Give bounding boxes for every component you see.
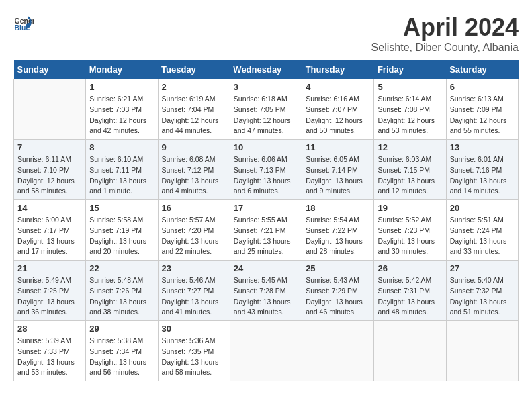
calendar-cell: 7Sunrise: 6:11 AMSunset: 7:10 PMDaylight… bbox=[14, 140, 86, 200]
day-number: 2 bbox=[162, 82, 226, 92]
calendar-cell: 16Sunrise: 5:57 AMSunset: 7:20 PMDayligh… bbox=[158, 200, 230, 261]
day-info: Sunrise: 6:03 AMSunset: 7:15 PMDaylight:… bbox=[378, 154, 442, 197]
day-number: 12 bbox=[378, 142, 442, 152]
weekday-header-wednesday: Wednesday bbox=[230, 60, 302, 79]
day-info: Sunrise: 5:49 AMSunset: 7:25 PMDaylight:… bbox=[17, 275, 82, 318]
day-info: Sunrise: 5:52 AMSunset: 7:23 PMDaylight:… bbox=[378, 215, 442, 257]
day-number: 26 bbox=[378, 263, 442, 273]
day-number: 4 bbox=[306, 82, 370, 92]
calendar-cell bbox=[374, 321, 446, 381]
calendar-week-3: 14Sunrise: 6:00 AMSunset: 7:17 PMDayligh… bbox=[14, 200, 519, 261]
calendar-cell: 3Sunrise: 6:18 AMSunset: 7:05 PMDaylight… bbox=[230, 79, 302, 140]
day-number: 14 bbox=[17, 203, 82, 213]
day-info: Sunrise: 6:01 AMSunset: 7:16 PMDaylight:… bbox=[450, 154, 515, 197]
weekday-header-row: SundayMondayTuesdayWednesdayThursdayFrid… bbox=[14, 60, 519, 79]
day-info: Sunrise: 5:54 AMSunset: 7:22 PMDaylight:… bbox=[306, 215, 370, 257]
weekday-header-monday: Monday bbox=[86, 60, 158, 79]
day-number: 28 bbox=[17, 324, 82, 334]
calendar-cell: 2Sunrise: 6:19 AMSunset: 7:04 PMDaylight… bbox=[158, 79, 230, 140]
day-number: 23 bbox=[162, 263, 226, 273]
month-title: April 2024 bbox=[371, 13, 519, 42]
calendar-cell: 24Sunrise: 5:45 AMSunset: 7:28 PMDayligh… bbox=[230, 261, 302, 321]
day-number: 9 bbox=[162, 142, 226, 152]
calendar-cell: 21Sunrise: 5:49 AMSunset: 7:25 PMDayligh… bbox=[14, 261, 86, 321]
day-number: 15 bbox=[89, 203, 154, 213]
day-info: Sunrise: 5:38 AMSunset: 7:34 PMDaylight:… bbox=[89, 336, 154, 378]
day-number: 25 bbox=[306, 263, 370, 273]
logo-icon: General Blue bbox=[13, 13, 34, 34]
day-info: Sunrise: 6:05 AMSunset: 7:14 PMDaylight:… bbox=[306, 154, 370, 197]
day-info: Sunrise: 5:48 AMSunset: 7:26 PMDaylight:… bbox=[89, 275, 154, 318]
day-info: Sunrise: 6:11 AMSunset: 7:10 PMDaylight:… bbox=[17, 154, 82, 197]
day-info: Sunrise: 5:42 AMSunset: 7:31 PMDaylight:… bbox=[378, 275, 442, 318]
day-number: 19 bbox=[378, 203, 442, 213]
day-number: 1 bbox=[89, 82, 154, 92]
day-info: Sunrise: 5:40 AMSunset: 7:32 PMDaylight:… bbox=[450, 275, 515, 318]
day-info: Sunrise: 5:43 AMSunset: 7:29 PMDaylight:… bbox=[306, 275, 370, 318]
day-number: 16 bbox=[162, 203, 226, 213]
day-info: Sunrise: 6:18 AMSunset: 7:05 PMDaylight:… bbox=[234, 94, 298, 136]
calendar-cell: 15Sunrise: 5:58 AMSunset: 7:19 PMDayligh… bbox=[86, 200, 158, 261]
svg-text:Blue: Blue bbox=[15, 24, 30, 32]
calendar-cell: 4Sunrise: 6:16 AMSunset: 7:07 PMDaylight… bbox=[302, 79, 374, 140]
title-section: April 2024 Selishte, Diber County, Alban… bbox=[371, 13, 519, 54]
day-number: 13 bbox=[450, 142, 515, 152]
day-info: Sunrise: 5:46 AMSunset: 7:27 PMDaylight:… bbox=[162, 275, 226, 318]
day-number: 8 bbox=[89, 142, 154, 152]
calendar-cell bbox=[14, 79, 86, 140]
calendar-cell: 22Sunrise: 5:48 AMSunset: 7:26 PMDayligh… bbox=[86, 261, 158, 321]
day-info: Sunrise: 5:55 AMSunset: 7:21 PMDaylight:… bbox=[234, 215, 298, 257]
calendar-cell bbox=[302, 321, 374, 381]
weekday-header-sunday: Sunday bbox=[14, 60, 86, 79]
day-number: 5 bbox=[378, 82, 442, 92]
day-info: Sunrise: 5:51 AMSunset: 7:24 PMDaylight:… bbox=[450, 215, 515, 257]
day-number: 10 bbox=[234, 142, 298, 152]
calendar-cell: 8Sunrise: 6:10 AMSunset: 7:11 PMDaylight… bbox=[86, 140, 158, 200]
day-info: Sunrise: 5:36 AMSunset: 7:35 PMDaylight:… bbox=[162, 336, 226, 378]
day-number: 21 bbox=[17, 263, 82, 273]
calendar-cell: 17Sunrise: 5:55 AMSunset: 7:21 PMDayligh… bbox=[230, 200, 302, 261]
calendar-cell: 26Sunrise: 5:42 AMSunset: 7:31 PMDayligh… bbox=[374, 261, 446, 321]
calendar-cell: 18Sunrise: 5:54 AMSunset: 7:22 PMDayligh… bbox=[302, 200, 374, 261]
calendar-week-5: 28Sunrise: 5:39 AMSunset: 7:33 PMDayligh… bbox=[14, 321, 519, 381]
day-number: 18 bbox=[306, 203, 370, 213]
day-number: 11 bbox=[306, 142, 370, 152]
location-title: Selishte, Diber County, Albania bbox=[371, 42, 519, 54]
calendar-week-1: 1Sunrise: 6:21 AMSunset: 7:03 PMDaylight… bbox=[14, 79, 519, 140]
day-info: Sunrise: 6:08 AMSunset: 7:12 PMDaylight:… bbox=[162, 154, 226, 197]
day-number: 27 bbox=[450, 263, 515, 273]
calendar-cell: 19Sunrise: 5:52 AMSunset: 7:23 PMDayligh… bbox=[374, 200, 446, 261]
calendar-cell: 27Sunrise: 5:40 AMSunset: 7:32 PMDayligh… bbox=[446, 261, 518, 321]
day-info: Sunrise: 6:19 AMSunset: 7:04 PMDaylight:… bbox=[162, 94, 226, 136]
day-info: Sunrise: 6:06 AMSunset: 7:13 PMDaylight:… bbox=[234, 154, 298, 197]
calendar-cell: 29Sunrise: 5:38 AMSunset: 7:34 PMDayligh… bbox=[86, 321, 158, 381]
day-number: 3 bbox=[234, 82, 298, 92]
weekday-header-tuesday: Tuesday bbox=[158, 60, 230, 79]
day-number: 17 bbox=[234, 203, 298, 213]
calendar-cell: 13Sunrise: 6:01 AMSunset: 7:16 PMDayligh… bbox=[446, 140, 518, 200]
day-number: 22 bbox=[89, 263, 154, 273]
day-number: 30 bbox=[162, 324, 226, 334]
calendar-cell: 9Sunrise: 6:08 AMSunset: 7:12 PMDaylight… bbox=[158, 140, 230, 200]
day-info: Sunrise: 6:13 AMSunset: 7:09 PMDaylight:… bbox=[450, 94, 515, 136]
calendar-week-2: 7Sunrise: 6:11 AMSunset: 7:10 PMDaylight… bbox=[14, 140, 519, 200]
calendar-cell: 25Sunrise: 5:43 AMSunset: 7:29 PMDayligh… bbox=[302, 261, 374, 321]
calendar-week-4: 21Sunrise: 5:49 AMSunset: 7:25 PMDayligh… bbox=[14, 261, 519, 321]
calendar-cell bbox=[446, 321, 518, 381]
calendar-cell: 14Sunrise: 6:00 AMSunset: 7:17 PMDayligh… bbox=[14, 200, 86, 261]
page-header: General Blue April 2024 Selishte, Diber … bbox=[13, 13, 519, 54]
day-info: Sunrise: 5:39 AMSunset: 7:33 PMDaylight:… bbox=[17, 336, 82, 378]
day-number: 6 bbox=[450, 82, 515, 92]
day-info: Sunrise: 6:10 AMSunset: 7:11 PMDaylight:… bbox=[89, 154, 154, 197]
calendar-cell: 20Sunrise: 5:51 AMSunset: 7:24 PMDayligh… bbox=[446, 200, 518, 261]
day-info: Sunrise: 6:00 AMSunset: 7:17 PMDaylight:… bbox=[17, 215, 82, 257]
day-info: Sunrise: 6:14 AMSunset: 7:08 PMDaylight:… bbox=[378, 94, 442, 136]
logo: General Blue bbox=[13, 13, 34, 34]
day-number: 24 bbox=[234, 263, 298, 273]
calendar-cell: 1Sunrise: 6:21 AMSunset: 7:03 PMDaylight… bbox=[86, 79, 158, 140]
calendar-cell: 5Sunrise: 6:14 AMSunset: 7:08 PMDaylight… bbox=[374, 79, 446, 140]
weekday-header-thursday: Thursday bbox=[302, 60, 374, 79]
day-number: 29 bbox=[89, 324, 154, 334]
calendar-cell: 23Sunrise: 5:46 AMSunset: 7:27 PMDayligh… bbox=[158, 261, 230, 321]
calendar-cell: 11Sunrise: 6:05 AMSunset: 7:14 PMDayligh… bbox=[302, 140, 374, 200]
